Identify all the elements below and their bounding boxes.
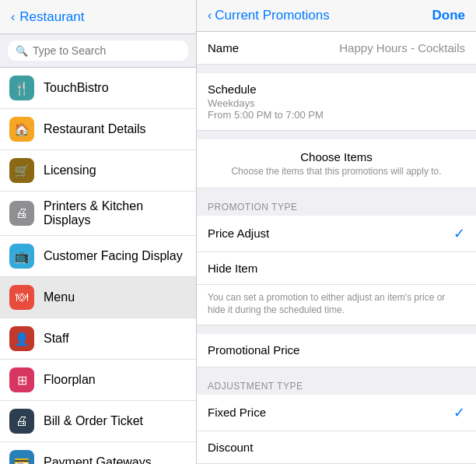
left-panel: ‹ Restaurant 🔍 🍴TouchBistro🏠Restaurant D… [0,0,197,464]
schedule-days: Weekdays [208,97,465,109]
discount-row[interactable]: Discount [197,431,476,464]
fixed-price-row[interactable]: Fixed Price ✓ [197,395,476,431]
choose-items-section[interactable]: Choose Items Choose the items that this … [197,139,476,188]
floorplan-icon: ⊞ [9,367,34,392]
sidebar-item-touchbistro[interactable]: 🍴TouchBistro [0,68,196,109]
gap-1 [197,65,476,73]
sidebar-item-licensing[interactable]: 🛒Licensing [0,150,196,192]
menu-icon: 🍽 [9,285,34,310]
sidebar-item-label: Customer Facing Display [44,249,183,263]
sidebar-item-payment-gateways[interactable]: 💳Payment Gateways [0,442,196,464]
gap-2 [197,131,476,139]
promotion-type-note: You can set a promotion to either adjust… [197,285,476,326]
promotional-price-label: Promotional Price [208,343,299,357]
sidebar-item-label: TouchBistro [44,81,109,95]
sidebar-item-label: Restaurant Details [44,122,146,136]
gap-5 [197,367,476,376]
done-button[interactable]: Done [432,8,466,23]
right-back-icon: ‹ [208,9,212,23]
staff-icon: 👤 [9,326,34,351]
schedule-time: From 5:00 PM to 7:00 PM [208,109,465,121]
right-panel: ‹ Current Promotions Current Promotions … [197,0,476,464]
sidebar-item-customer-facing[interactable]: 📺Customer Facing Display [0,236,196,277]
restaurant-details-icon: 🏠 [9,117,34,142]
payment-gateways-icon: 💳 [9,450,34,464]
name-row[interactable]: Name Happy Hours - Cocktails [197,32,476,65]
back-title[interactable]: Restaurant [19,9,84,25]
right-back-title[interactable]: Current Promotions [215,8,329,23]
right-header: ‹ Current Promotions Current Promotions … [197,0,476,32]
bill-order-icon: 🖨 [9,409,34,434]
schedule-label: Schedule [208,83,465,96]
name-value: Happy Hours - Cocktails [339,41,465,54]
customer-facing-icon: 📺 [9,244,34,269]
sidebar-item-printers[interactable]: 🖨Printers & Kitchen Displays [0,192,196,236]
adjustment-type-header: ADJUSTMENT TYPE [197,376,476,395]
touchbistro-icon: 🍴 [9,76,34,100]
search-input-wrap: 🔍 [8,40,188,61]
search-bar: 🔍 [0,34,196,68]
menu-list: 🍴TouchBistro🏠Restaurant Details🛒Licensin… [0,68,196,464]
promotion-type-header: PROMOTION TYPE [197,197,476,216]
sidebar-item-label: Staff [44,332,69,346]
sidebar-item-label: Printers & Kitchen Displays [44,199,187,227]
discount-label: Discount [208,441,253,454]
back-icon: ‹ [11,10,15,24]
sidebar-item-label: Floorplan [44,373,96,387]
gap-4 [197,325,476,334]
fixed-price-check: ✓ [453,404,465,421]
price-adjust-row[interactable]: Price Adjust ✓ [197,216,476,252]
gap-3 [197,188,476,197]
price-adjust-label: Price Adjust [208,227,269,240]
promotional-price-row[interactable]: Promotional Price [197,334,476,367]
hide-item-label: Hide Item [208,262,257,275]
schedule-row[interactable]: Schedule Weekdays From 5:00 PM to 7:00 P… [197,73,476,131]
search-icon: 🔍 [16,45,28,57]
left-header: ‹ Restaurant [0,0,196,34]
sidebar-item-floorplan[interactable]: ⊞Floorplan [0,360,196,401]
search-input[interactable] [33,44,180,57]
fixed-price-label: Fixed Price [208,406,266,419]
hide-item-row[interactable]: Hide Item [197,252,476,285]
sidebar-item-menu[interactable]: 🍽Menu [0,277,196,318]
price-adjust-check: ✓ [453,225,465,242]
licensing-icon: 🛒 [9,158,34,183]
sidebar-item-label: Menu [44,290,75,304]
choose-items-title: Choose Items [208,150,465,163]
sidebar-item-staff[interactable]: 👤Staff [0,318,196,360]
sidebar-item-restaurant-details[interactable]: 🏠Restaurant Details [0,109,196,150]
sidebar-item-label: Bill & Order Ticket [44,414,143,428]
choose-items-subtitle: Choose the items that this promotions wi… [208,166,465,177]
sidebar-item-label: Licensing [44,163,96,178]
sidebar-item-label: Payment Gateways [44,455,152,464]
printers-icon: 🖨 [9,201,34,226]
sidebar-item-bill-order[interactable]: 🖨Bill & Order Ticket [0,401,196,442]
name-label: Name [208,41,239,54]
back-wrap: ‹ Current Promotions [208,8,330,23]
